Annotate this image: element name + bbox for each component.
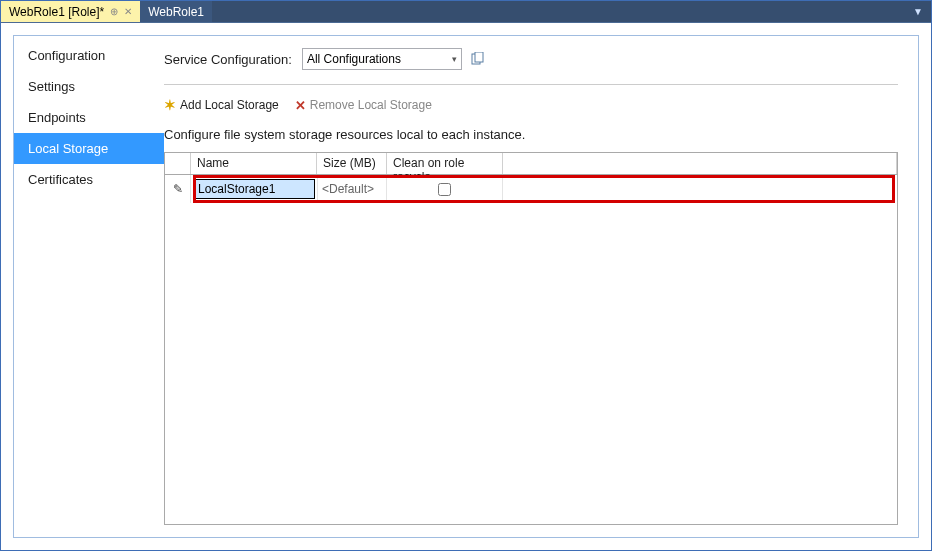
- grid-row[interactable]: ✎ <Default>: [165, 175, 897, 203]
- add-icon: ✶: [164, 97, 176, 113]
- manage-icon: [471, 52, 485, 66]
- tab-webrole[interactable]: WebRole1: [140, 1, 212, 22]
- pencil-icon: ✎: [173, 182, 183, 196]
- sidebar-item-local-storage[interactable]: Local Storage: [14, 133, 164, 164]
- service-configuration-label: Service Configuration:: [164, 52, 292, 67]
- close-icon[interactable]: ✕: [124, 6, 132, 17]
- grid-header-row: Name Size (MB) Clean on role recycle: [165, 153, 897, 175]
- grid-cell-filler: [503, 175, 897, 203]
- grid-body: ✎ <Default>: [165, 175, 897, 524]
- tab-overflow-chevron[interactable]: ▼: [905, 1, 931, 22]
- pin-icon[interactable]: ⊕: [110, 6, 118, 17]
- tab-label: WebRole1 [Role]*: [9, 5, 104, 19]
- sidebar-item-settings[interactable]: Settings: [14, 71, 164, 102]
- remove-local-storage-button[interactable]: ✕ Remove Local Storage: [295, 98, 432, 113]
- remove-label: Remove Local Storage: [310, 98, 432, 112]
- manage-configurations-button[interactable]: [470, 51, 486, 67]
- sidebar-item-configuration[interactable]: Configuration: [14, 40, 164, 71]
- divider: [164, 84, 898, 85]
- sidebar-item-endpoints[interactable]: Endpoints: [14, 102, 164, 133]
- description-text: Configure file system storage resources …: [164, 127, 898, 142]
- tab-label: WebRole1: [148, 5, 204, 19]
- storage-grid-wrap: Name Size (MB) Clean on role recycle ✎ <…: [164, 152, 898, 525]
- name-input[interactable]: [193, 179, 315, 199]
- document-tab-bar: WebRole1 [Role]* ⊕ ✕ WebRole1 ▼: [1, 1, 931, 23]
- chevron-down-icon: ▾: [452, 54, 457, 64]
- grid-cell-clean[interactable]: [387, 175, 503, 203]
- clean-checkbox[interactable]: [438, 183, 451, 196]
- tab-filler: [212, 1, 905, 22]
- grid-header-clean[interactable]: Clean on role recycle: [387, 153, 503, 174]
- sidebar-item-certificates[interactable]: Certificates: [14, 164, 164, 195]
- grid-header-filler: [503, 153, 897, 174]
- role-editor-panel: Configuration Settings Endpoints Local S…: [13, 35, 919, 538]
- grid-cell-name[interactable]: [191, 175, 317, 203]
- grid-header-size[interactable]: Size (MB): [317, 153, 387, 174]
- svg-rect-1: [475, 52, 483, 62]
- service-configuration-value: All Configurations: [307, 52, 401, 66]
- storage-grid: Name Size (MB) Clean on role recycle ✎ <…: [164, 152, 898, 525]
- local-storage-toolbar: ✶ Add Local Storage ✕ Remove Local Stora…: [164, 97, 898, 113]
- grid-header-name[interactable]: Name: [191, 153, 317, 174]
- grid-cell-size[interactable]: <Default>: [317, 175, 387, 203]
- tab-webrole-role[interactable]: WebRole1 [Role]* ⊕ ✕: [1, 1, 140, 22]
- service-configuration-row: Service Configuration: All Configuration…: [164, 48, 898, 70]
- grid-header-rowselector: [165, 153, 191, 174]
- grid-row-indicator[interactable]: ✎: [165, 175, 191, 203]
- add-label: Add Local Storage: [180, 98, 279, 112]
- service-configuration-select[interactable]: All Configurations ▾: [302, 48, 462, 70]
- remove-icon: ✕: [295, 98, 306, 113]
- add-local-storage-button[interactable]: ✶ Add Local Storage: [164, 97, 279, 113]
- main-content: Service Configuration: All Configuration…: [164, 36, 918, 537]
- sidebar: Configuration Settings Endpoints Local S…: [14, 36, 164, 537]
